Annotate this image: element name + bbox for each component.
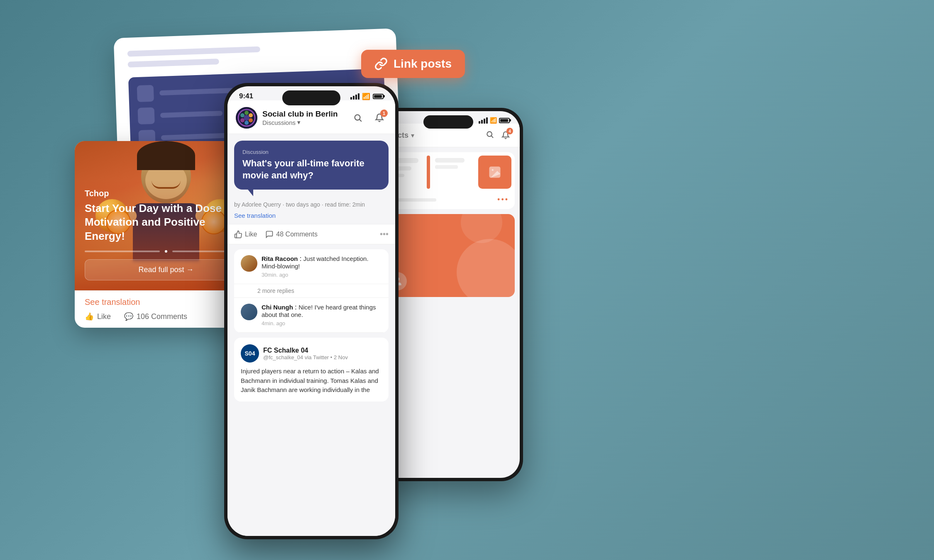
- feed-content[interactable]: Discussion What's your all-time favorite…: [227, 134, 395, 536]
- community-text: Social club in Berlin Discussions ▾: [262, 110, 338, 126]
- back-card-item-icon: [137, 107, 154, 124]
- like-label: Like: [97, 312, 111, 321]
- schalke-post: S04 FC Schalke 04 @fc_schalke_04 via Twi…: [234, 338, 389, 402]
- svg-point-8: [244, 115, 249, 121]
- right-big-card: [382, 214, 515, 297]
- signal-icon: [479, 117, 488, 124]
- notification-count: 4: [506, 128, 513, 134]
- notification-count: 1: [380, 110, 388, 117]
- battery-icon: [373, 94, 384, 99]
- right-post-card-1: •••: [382, 152, 515, 209]
- comment-body: Rita Racoon : Just watched Inception. Mi…: [262, 255, 382, 278]
- back-card-line2: [128, 58, 219, 68]
- back-card-item-icon: [137, 85, 154, 102]
- community-name: Social club in Berlin: [262, 110, 338, 119]
- post-action-bar: Like 48 Comments •••: [227, 224, 395, 244]
- wifi-icon: 📶: [490, 117, 497, 124]
- discussion-label: Discussion: [242, 149, 380, 155]
- comments-button[interactable]: 💬 106 Comments: [124, 312, 187, 321]
- chevron-down-icon: ▾: [411, 131, 414, 139]
- link-icon: [374, 57, 388, 71]
- header-actions: 1: [350, 110, 387, 125]
- commenter-avatar-chi: [241, 304, 257, 320]
- progress-bar-1: [85, 251, 160, 252]
- discussion-bubble-tail: [247, 188, 253, 196]
- post-title: Start Your Day with a Dose of Motivation…: [85, 202, 247, 243]
- phone-center-screen: 9:41 📶: [227, 86, 395, 536]
- right-post-thumbnail: [478, 156, 511, 189]
- community-avatar-svg: [236, 107, 257, 129]
- back-card-line1: [127, 46, 260, 57]
- post-author: Tchop: [85, 189, 247, 198]
- wifi-icon: 📶: [362, 93, 370, 100]
- notification-button[interactable]: 1: [372, 110, 387, 125]
- comments-count: 48 Comments: [276, 231, 318, 238]
- more-options-button[interactable]: •••: [497, 195, 509, 204]
- comment-author: Rita Racoon: [262, 255, 298, 262]
- comment-item: Rita Racoon : Just watched Inception. Mi…: [234, 249, 389, 284]
- schalke-handle: @fc_schalke_04 via Twitter • 2 Nov: [263, 354, 382, 360]
- like-button[interactable]: Like: [234, 230, 257, 239]
- commenter-avatar-rita: [241, 255, 257, 272]
- post-progress: [85, 250, 247, 253]
- svg-point-5: [245, 121, 249, 125]
- signal-icon: [350, 93, 359, 100]
- chevron-down-icon: ▾: [297, 119, 301, 126]
- svg-line-10: [359, 119, 361, 121]
- post-actions: 👍 Like 💬 106 Comments: [85, 312, 247, 321]
- schalke-name: FC Schalke 04: [263, 347, 382, 354]
- community-header: Social club in Berlin Discussions ▾: [227, 100, 395, 134]
- community-avatar: [236, 107, 257, 129]
- more-options-button[interactable]: •••: [380, 229, 389, 239]
- thumbs-up-icon: 👍: [85, 312, 94, 321]
- discussion-title: What's your all-time favorite movie and …: [242, 158, 380, 181]
- comment-author: Chi Nungh: [262, 304, 293, 311]
- community-sub[interactable]: Discussions ▾: [262, 119, 338, 126]
- read-full-post-button[interactable]: Read full post →: [85, 259, 247, 280]
- comments-button[interactable]: 48 Comments: [265, 230, 318, 239]
- svg-line-12: [491, 136, 493, 138]
- phone-notch: [282, 90, 340, 105]
- discussion-see-translation[interactable]: See translation: [234, 212, 389, 219]
- comments-count: 106 Comments: [137, 312, 187, 321]
- schalke-avatar: S04: [241, 344, 259, 363]
- status-icons: 📶: [350, 93, 384, 100]
- right-phone-notch: [423, 115, 473, 129]
- search-button[interactable]: [350, 110, 365, 125]
- schalke-post-header: S04 FC Schalke 04 @fc_schalke_04 via Twi…: [241, 344, 382, 363]
- like-button[interactable]: 👍 Like: [85, 312, 111, 321]
- schalke-post-text: Injured players near a return to action …: [241, 367, 382, 395]
- comment-time: 4min. ago: [262, 320, 382, 326]
- more-replies[interactable]: 2 more replies: [234, 284, 389, 298]
- battery-icon: [499, 118, 510, 123]
- svg-point-2: [245, 111, 249, 115]
- see-translation-link[interactable]: See translation: [85, 297, 247, 307]
- link-posts-label: Link posts: [394, 57, 452, 71]
- decorative-circle-2: [461, 214, 502, 243]
- like-label: Like: [245, 231, 257, 238]
- comment-colon: :: [300, 255, 303, 262]
- decorative-circle: [457, 239, 515, 297]
- discussion-card: Discussion What's your all-time favorite…: [234, 141, 389, 190]
- link-posts-badge[interactable]: Link posts: [361, 50, 465, 78]
- right-post-body: [382, 152, 515, 192]
- comment-time: 30min. ago: [262, 272, 382, 278]
- image-icon: [487, 165, 502, 180]
- comment-item: Chi Nungh : Nice! I've heard great thing…: [234, 298, 389, 333]
- back-card-item-line: [160, 111, 222, 118]
- comment-section: Rita Racoon : Just watched Inception. Mi…: [234, 249, 389, 333]
- notification-button[interactable]: 4: [499, 129, 512, 142]
- svg-point-14: [492, 169, 494, 171]
- comment-colon: :: [295, 304, 298, 311]
- community-info: Social club in Berlin Discussions ▾: [236, 107, 338, 129]
- progress-dot: [165, 250, 167, 253]
- right-post-actions: •••: [382, 192, 515, 209]
- search-button[interactable]: [486, 130, 494, 140]
- center-phone: 9:41 📶: [224, 83, 399, 539]
- comment-body: Chi Nungh : Nice! I've heard great thing…: [262, 304, 382, 326]
- time-display: 9:41: [239, 92, 253, 100]
- post-meta: by Adorlee Querry · two days ago · read …: [234, 201, 389, 208]
- schalke-meta: FC Schalke 04 @fc_schalke_04 via Twitter…: [263, 347, 382, 360]
- comment-icon: 💬: [124, 312, 133, 321]
